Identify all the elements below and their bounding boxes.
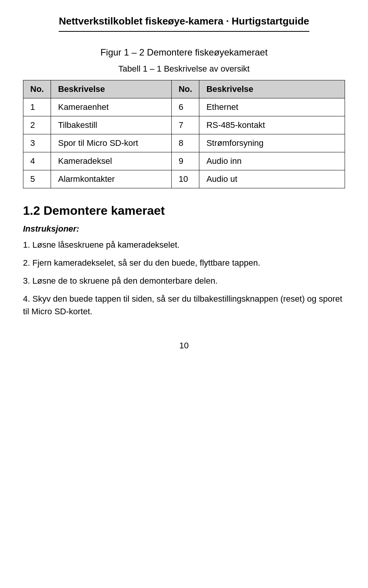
table-header-row: No. Beskrivelse No. Beskrivelse bbox=[23, 80, 345, 98]
instruction-step: 4. Skyv den buede tappen til siden, så s… bbox=[23, 292, 345, 318]
page-title: Nettverkstilkoblet fiskeøye-kamera · Hur… bbox=[59, 15, 309, 32]
instruction-step: 2. Fjern kameradekselet, så ser du den b… bbox=[23, 256, 345, 269]
instructions-list: 1. Løsne låseskruene på kameradekselet.2… bbox=[23, 238, 345, 318]
section-heading: 1.2 Demontere kameraet bbox=[23, 204, 345, 218]
instructions-label: Instruksjoner: bbox=[23, 224, 345, 234]
table-row: 5Alarmkontakter10Audio ut bbox=[23, 170, 345, 188]
table-row: 3Spor til Micro SD-kort8Strømforsyning bbox=[23, 134, 345, 152]
table-row: 2Tilbakestill7RS-485-kontakt bbox=[23, 116, 345, 134]
col-no1: No. bbox=[23, 80, 51, 98]
figure-title: Figur 1 – 2 Demontere fiskeøyekameraet bbox=[23, 47, 345, 58]
col-desc2: Beskrivelse bbox=[199, 80, 345, 98]
instruction-step: 1. Løsne låseskruene på kameradekselet. bbox=[23, 238, 345, 251]
page-header: Nettverkstilkoblet fiskeøye-kamera · Hur… bbox=[23, 15, 345, 32]
overview-table: No. Beskrivelse No. Beskrivelse 1Kamerae… bbox=[23, 80, 345, 188]
table-row: 1Kameraenhet6Ethernet bbox=[23, 98, 345, 116]
table-title: Tabell 1 – 1 Beskrivelse av oversikt bbox=[23, 64, 345, 74]
col-no2: No. bbox=[171, 80, 199, 98]
page-number: 10 bbox=[179, 341, 189, 350]
table-row: 4Kameradeksel9Audio inn bbox=[23, 152, 345, 170]
page-footer: 10 bbox=[23, 341, 345, 351]
col-desc1: Beskrivelse bbox=[51, 80, 172, 98]
instruction-step: 3. Løsne de to skruene på den demonterba… bbox=[23, 274, 345, 287]
